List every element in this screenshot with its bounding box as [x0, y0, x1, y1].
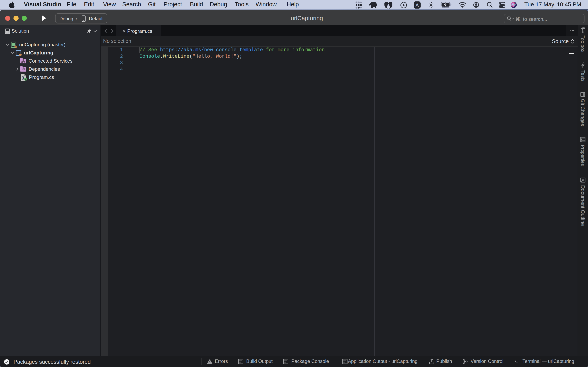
- svg-text:A: A: [415, 2, 419, 8]
- svg-text:{}: {}: [21, 76, 24, 80]
